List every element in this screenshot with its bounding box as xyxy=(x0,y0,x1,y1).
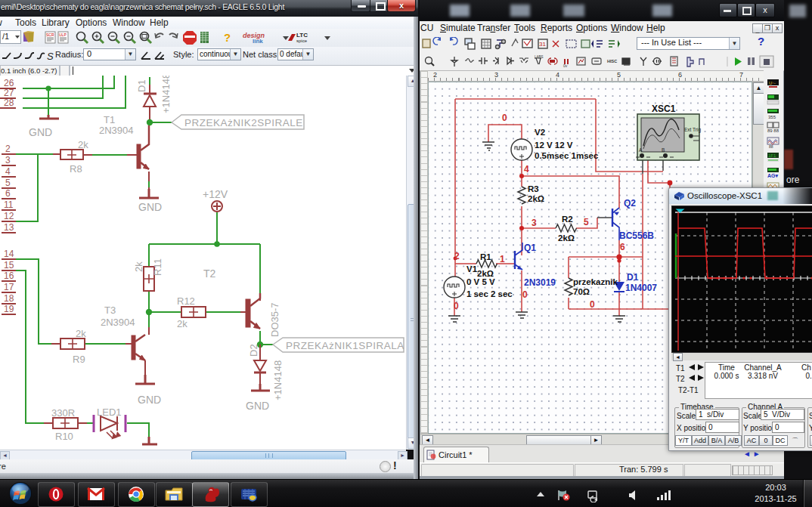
svg-text:LABS: LABS xyxy=(535,55,544,59)
svg-text:28: 28 xyxy=(4,97,14,108)
svg-text:R3: R3 xyxy=(528,184,539,193)
svg-text:+1N4148: +1N4148 xyxy=(160,73,172,113)
svg-text:12: 12 xyxy=(4,211,14,221)
svg-text:2k: 2k xyxy=(76,328,86,339)
svg-text:2: 2 xyxy=(454,251,460,261)
svg-text:11: 11 xyxy=(4,199,14,210)
svg-text:2: 2 xyxy=(5,144,11,154)
svg-text:18: 18 xyxy=(4,293,14,304)
svg-text:2kΩ: 2kΩ xyxy=(558,233,575,243)
svg-text:26: 26 xyxy=(4,78,14,88)
svg-text:0: 0 xyxy=(502,113,507,123)
svg-text:70Ω: 70Ω xyxy=(573,287,590,296)
svg-text:V1: V1 xyxy=(466,264,478,274)
svg-text:3: 3 xyxy=(532,218,537,228)
svg-text:AG▾: AG▾ xyxy=(767,173,779,178)
svg-text:GND: GND xyxy=(29,126,52,138)
svg-text:R11: R11 xyxy=(152,258,163,276)
svg-text:89 88: 89 88 xyxy=(767,128,779,133)
svg-text:2k: 2k xyxy=(78,139,88,150)
svg-text:14: 14 xyxy=(4,249,14,259)
svg-text:BC556B: BC556B xyxy=(619,230,654,241)
svg-text:Ext Trig: Ext Trig xyxy=(684,127,701,133)
svg-text:GND: GND xyxy=(246,400,269,412)
svg-text:DO35-7: DO35-7 xyxy=(269,302,280,337)
svg-text:2N3904: 2N3904 xyxy=(99,125,134,136)
svg-text:1 sec 2 sec: 1 sec 2 sec xyxy=(466,289,513,298)
svg-text:0: 0 xyxy=(454,301,459,311)
svg-text:0.5msec 1msec: 0.5msec 1msec xyxy=(535,151,599,160)
svg-text:spice: spice xyxy=(296,39,308,43)
svg-text:12 V 12 V: 12 V 12 V xyxy=(535,141,573,150)
svg-text:GND: GND xyxy=(138,394,161,406)
svg-text:27: 27 xyxy=(4,88,14,98)
svg-text:5: 5 xyxy=(5,178,11,188)
svg-text:LTC: LTC xyxy=(296,32,308,39)
svg-text:XSC1: XSC1 xyxy=(652,104,676,114)
svg-text:R8: R8 xyxy=(70,163,82,175)
svg-text:355: 355 xyxy=(768,115,776,119)
svg-text:SCR: SCR xyxy=(46,32,54,37)
svg-text:3: 3 xyxy=(5,155,11,165)
svg-text:S: S xyxy=(47,51,54,62)
svg-text:PRZEKAżNIK2SPIRALE: PRZEKAżNIK2SPIRALE xyxy=(184,117,303,128)
svg-text:+12V: +12V xyxy=(203,188,228,200)
svg-text:0: 0 xyxy=(522,289,528,300)
svg-text:2k: 2k xyxy=(177,318,188,329)
svg-text:1: 1 xyxy=(500,254,505,264)
svg-text:B: B xyxy=(662,147,665,153)
svg-text:R1: R1 xyxy=(480,252,491,261)
svg-text:A: A xyxy=(639,147,643,153)
svg-text:D1: D1 xyxy=(627,272,639,283)
svg-text:?: ? xyxy=(224,31,231,44)
svg-text:0v: 0v xyxy=(563,63,568,68)
svg-text:2N3019: 2N3019 xyxy=(524,277,556,288)
svg-text:D1: D1 xyxy=(136,79,147,92)
svg-text:17: 17 xyxy=(4,282,14,292)
svg-text:link: link xyxy=(253,38,263,45)
svg-text:V2: V2 xyxy=(535,128,545,137)
svg-text:Q1: Q1 xyxy=(524,243,536,253)
svg-text:R12: R12 xyxy=(177,295,195,307)
svg-text:Q2: Q2 xyxy=(624,198,636,209)
svg-text:5: 5 xyxy=(584,217,589,227)
svg-text:GND: GND xyxy=(138,201,162,213)
svg-text:+1N4148: +1N4148 xyxy=(272,360,284,400)
svg-text:88: 88 xyxy=(769,144,773,149)
svg-text:PRZEKAżNIK1SPIRALA: PRZEKAżNIK1SPIRALA xyxy=(286,340,404,351)
svg-text:przekaznik: przekaznik xyxy=(573,277,618,286)
svg-text:T1: T1 xyxy=(104,114,115,125)
svg-text:0: 0 xyxy=(590,299,595,310)
svg-text:ULP: ULP xyxy=(59,32,67,37)
svg-text:0 V 5 V: 0 V 5 V xyxy=(466,277,495,286)
svg-text:R2: R2 xyxy=(562,215,573,224)
svg-text:4: 4 xyxy=(5,166,11,177)
svg-text:6: 6 xyxy=(620,242,625,252)
svg-text:2k: 2k xyxy=(133,261,144,272)
svg-text:2N3904: 2N3904 xyxy=(101,317,135,328)
svg-text:1N4007: 1N4007 xyxy=(625,283,657,293)
svg-text:2kΩ: 2kΩ xyxy=(528,194,544,203)
svg-text:D2: D2 xyxy=(248,344,259,357)
svg-text:U⏦: U⏦ xyxy=(769,81,776,85)
svg-text:T3: T3 xyxy=(104,305,116,316)
svg-text:6: 6 xyxy=(5,188,11,199)
svg-text:R9: R9 xyxy=(73,354,85,365)
svg-text:T2: T2 xyxy=(203,267,216,280)
svg-text:HISC: HISC xyxy=(607,59,617,63)
svg-text:1F1: 1F1 xyxy=(768,153,776,158)
svg-text:31: 31 xyxy=(539,41,546,48)
svg-text:19: 19 xyxy=(4,304,14,314)
svg-text:LED1: LED1 xyxy=(97,407,122,418)
svg-text:13: 13 xyxy=(4,222,14,233)
svg-text:15: 15 xyxy=(4,260,14,271)
svg-text:4: 4 xyxy=(524,164,529,175)
svg-text:16: 16 xyxy=(4,271,14,281)
svg-text:330R: 330R xyxy=(51,407,75,419)
svg-text:R10: R10 xyxy=(55,431,73,442)
